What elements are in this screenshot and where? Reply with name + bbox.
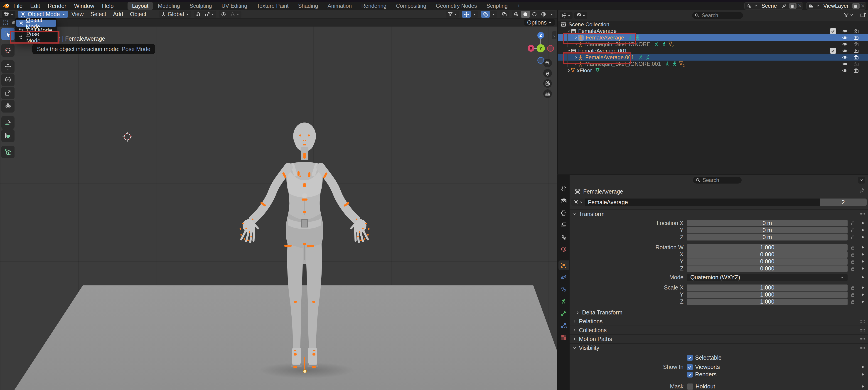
tab-object-constraints[interactable] bbox=[558, 285, 569, 294]
tool-add-cube[interactable] bbox=[1, 145, 14, 158]
outliner-display-mode-button[interactable] bbox=[575, 12, 587, 19]
menu-add[interactable]: Add bbox=[110, 11, 126, 18]
pin-icon[interactable] bbox=[781, 3, 788, 9]
tool-scale[interactable] bbox=[1, 87, 14, 99]
tab-bone-constraints[interactable] bbox=[558, 321, 569, 330]
tab-shading[interactable]: Shading bbox=[293, 2, 322, 10]
tab-layout[interactable]: Layout bbox=[127, 2, 153, 10]
menu-edit[interactable]: Edit bbox=[26, 3, 44, 9]
menu-object[interactable]: Object bbox=[126, 11, 150, 18]
object-origin-point[interactable] bbox=[303, 369, 307, 373]
viewlayer-name[interactable]: ViewLayer bbox=[821, 3, 851, 9]
tab-modeling[interactable]: Modeling bbox=[153, 2, 185, 10]
hide-eye-icon[interactable] bbox=[841, 61, 849, 67]
transform-orientation-dropdown[interactable]: Global bbox=[159, 11, 191, 18]
show-in-viewports-checkbox[interactable] bbox=[687, 364, 693, 370]
mode-menu-object-mode[interactable]: Object Mode bbox=[16, 20, 56, 27]
menu-help[interactable]: Help bbox=[98, 3, 117, 9]
selectable-checkbox[interactable] bbox=[687, 355, 693, 361]
viewlayer-icon[interactable] bbox=[807, 3, 815, 9]
holdout-checkbox[interactable] bbox=[687, 383, 693, 390]
animate-dot[interactable] bbox=[858, 222, 867, 224]
region-collapse-arrow[interactable]: ‹ bbox=[552, 31, 556, 39]
snap-settings-dropdown[interactable] bbox=[203, 11, 216, 18]
shading-material-button[interactable] bbox=[530, 11, 539, 18]
options-dropdown[interactable]: Options bbox=[524, 19, 555, 26]
panel-collections-header[interactable]: Collections bbox=[569, 326, 868, 334]
animate-dot[interactable] bbox=[858, 247, 867, 249]
tab-geometry-nodes[interactable]: Geometry Nodes bbox=[431, 2, 481, 10]
tab-render[interactable] bbox=[558, 196, 569, 206]
tool-move[interactable] bbox=[1, 60, 14, 73]
lock-icon[interactable] bbox=[847, 299, 858, 304]
number-field[interactable]: 1.000 bbox=[687, 299, 847, 305]
render-disabled-camera-icon[interactable] bbox=[852, 61, 860, 67]
animate-dot[interactable] bbox=[858, 253, 867, 256]
tab-armature-data[interactable] bbox=[558, 296, 569, 306]
navigation-gizmo[interactable]: Z X Y bbox=[526, 29, 556, 65]
hide-eye-icon[interactable] bbox=[841, 34, 849, 41]
animate-dot[interactable] bbox=[858, 229, 867, 231]
menu-select[interactable]: Select bbox=[87, 11, 110, 18]
panel-delta-transform-header[interactable]: Delta Transform bbox=[569, 308, 868, 317]
render-camera-icon[interactable] bbox=[852, 67, 860, 73]
tab-texture-paint[interactable]: Texture Paint bbox=[252, 2, 293, 10]
number-field[interactable]: 0 m bbox=[687, 234, 847, 240]
animate-dot[interactable] bbox=[858, 236, 867, 238]
tool-measure[interactable] bbox=[1, 129, 14, 142]
number-field[interactable]: 0.000 bbox=[687, 251, 847, 258]
shading-dropdown[interactable] bbox=[548, 11, 555, 18]
expand-chevron-icon[interactable] bbox=[567, 69, 571, 72]
lock-icon[interactable] bbox=[847, 235, 858, 240]
mannequin-model[interactable] bbox=[228, 117, 382, 373]
outliner-row-scene-collection[interactable]: Scene Collection bbox=[558, 21, 868, 28]
tool-cursor[interactable] bbox=[1, 44, 14, 57]
lock-icon[interactable] bbox=[847, 285, 858, 290]
shading-wireframe-button[interactable] bbox=[512, 11, 521, 18]
remove-viewlayer-icon[interactable]: ✕ bbox=[861, 3, 865, 9]
animate-dot[interactable] bbox=[858, 366, 867, 368]
expand-chevron-icon[interactable] bbox=[567, 49, 571, 53]
shading-rendered-button[interactable] bbox=[539, 11, 548, 18]
outliner-row-xfloor[interactable]: ∇ xFloor ∇ bbox=[558, 67, 868, 74]
tab-tool[interactable] bbox=[558, 184, 569, 194]
hide-eye-icon[interactable] bbox=[841, 28, 849, 34]
number-field[interactable]: 0.000 bbox=[687, 265, 847, 272]
tool-rotate[interactable] bbox=[1, 73, 14, 86]
menu-render[interactable]: Render bbox=[44, 3, 70, 9]
tab-object[interactable] bbox=[558, 260, 569, 270]
outliner-filter-button[interactable] bbox=[843, 12, 854, 18]
pan-hand-button[interactable] bbox=[543, 69, 552, 77]
chevron-down-icon[interactable] bbox=[754, 4, 758, 8]
snap-toggle-icon[interactable] bbox=[194, 11, 203, 18]
show-overlays-toggle[interactable] bbox=[481, 11, 490, 18]
hide-eye-icon[interactable] bbox=[841, 54, 849, 60]
tab-scripting[interactable]: Scripting bbox=[482, 2, 512, 10]
animate-dot[interactable] bbox=[858, 260, 867, 262]
overlays-dropdown[interactable] bbox=[490, 11, 497, 18]
hide-eye-icon[interactable] bbox=[841, 67, 849, 73]
render-disabled-camera-icon[interactable] bbox=[852, 41, 860, 47]
animate-dot[interactable] bbox=[858, 294, 867, 296]
render-camera-icon[interactable] bbox=[852, 47, 860, 54]
tab-sculpting[interactable]: Sculpting bbox=[185, 2, 216, 10]
blender-logo-icon[interactable] bbox=[3, 2, 9, 9]
show-in-renders-checkbox[interactable] bbox=[687, 371, 693, 378]
panel-drag-handle[interactable] bbox=[859, 213, 865, 216]
add-workspace-button[interactable]: + bbox=[513, 2, 525, 10]
hide-eye-icon[interactable] bbox=[841, 47, 849, 54]
unlink-scene-icon[interactable]: ✕ bbox=[798, 3, 802, 9]
tab-animation[interactable]: Animation bbox=[323, 2, 356, 10]
number-field[interactable]: 1.000 bbox=[687, 285, 847, 291]
chevron-down-icon[interactable] bbox=[816, 4, 820, 8]
animate-dot[interactable] bbox=[858, 287, 867, 289]
render-camera-icon[interactable] bbox=[852, 34, 860, 41]
camera-view-button[interactable] bbox=[543, 79, 552, 88]
panel-drag-handle[interactable] bbox=[859, 320, 865, 323]
expand-chevron-icon[interactable] bbox=[567, 29, 571, 33]
show-gizmos-toggle[interactable] bbox=[462, 11, 471, 18]
xray-toggle[interactable] bbox=[500, 11, 509, 18]
number-field[interactable]: 0 m bbox=[687, 220, 847, 226]
new-collection-button[interactable] bbox=[860, 12, 866, 18]
properties-search-input[interactable] bbox=[702, 177, 735, 184]
